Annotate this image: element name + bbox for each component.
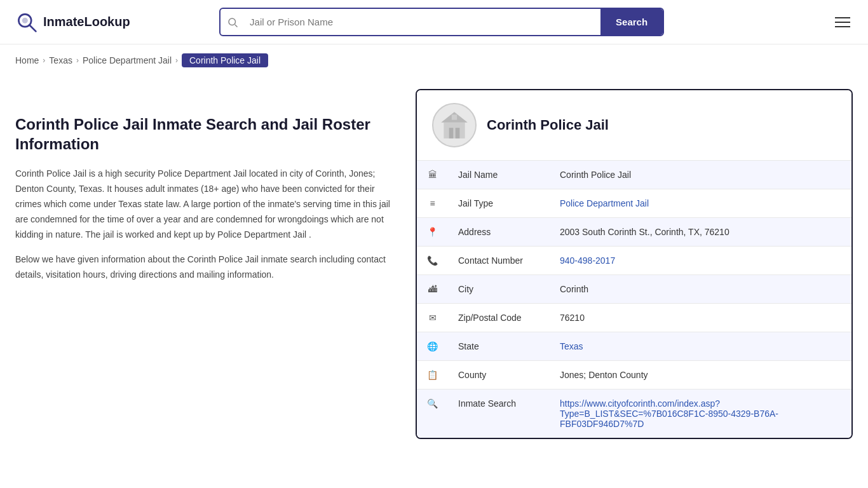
svg-point-3 <box>229 18 236 25</box>
site-header: InmateLookup Search <box>0 0 868 44</box>
row-value[interactable]: Texas <box>550 332 851 361</box>
row-label: State <box>448 332 550 361</box>
row-icon: 🏛 <box>417 161 448 189</box>
row-label: County <box>448 361 550 390</box>
row-link[interactable]: Texas <box>560 341 583 351</box>
table-row: 🏛Jail NameCorinth Police Jail <box>417 161 851 189</box>
svg-rect-6 <box>449 128 454 139</box>
breadcrumb-sep-1: › <box>43 56 45 65</box>
row-value[interactable]: Police Department Jail <box>550 189 851 218</box>
main-layout: Corinth Police Jail Inmate Search and Ja… <box>0 76 868 452</box>
row-value: 76210 <box>550 304 851 332</box>
breadcrumb: Home › Texas › Police Department Jail › … <box>0 44 868 76</box>
row-icon: 🔍 <box>417 390 448 438</box>
row-value: Corinth <box>550 275 851 304</box>
breadcrumb-current: Corinth Police Jail <box>182 53 268 67</box>
row-label: City <box>448 275 550 304</box>
breadcrumb-sep-2: › <box>76 56 79 65</box>
left-content: Corinth Police Jail Inmate Search and Ja… <box>15 89 416 439</box>
search-input[interactable] <box>245 10 600 34</box>
table-row: ≡Jail TypePolice Department Jail <box>417 189 851 218</box>
svg-line-1 <box>30 25 36 31</box>
table-row: 🏙CityCorinth <box>417 275 851 304</box>
logo-link[interactable]: InmateLookup <box>15 11 130 34</box>
breadcrumb-sep-3: › <box>175 56 178 65</box>
svg-line-4 <box>235 24 238 27</box>
card-title: Corinth Police Jail <box>487 117 609 133</box>
row-icon: 📋 <box>417 361 448 390</box>
page-title: Corinth Police Jail Inmate Search and Ja… <box>15 114 395 154</box>
row-icon: ≡ <box>417 189 448 218</box>
row-icon: 📞 <box>417 247 448 275</box>
svg-rect-9 <box>452 114 457 119</box>
description-paragraph-1: Corinth Police Jail is a high security P… <box>15 166 395 242</box>
search-wrapper: Search <box>219 8 664 36</box>
hamburger-menu-button[interactable] <box>832 15 853 30</box>
jail-info-card: Corinth Police Jail 🏛Jail NameCorinth Po… <box>416 89 853 439</box>
logo-icon <box>15 11 38 34</box>
row-label: Zip/Postal Code <box>448 304 550 332</box>
row-icon: 🏙 <box>417 275 448 304</box>
breadcrumb-state[interactable]: Texas <box>49 55 72 65</box>
row-label: Jail Type <box>448 189 550 218</box>
row-value: 2003 South Corinth St., Corinth, TX, 762… <box>550 218 851 247</box>
search-area: Search <box>219 8 664 36</box>
row-icon: ✉ <box>417 304 448 332</box>
breadcrumb-home[interactable]: Home <box>15 55 39 65</box>
row-label: Jail Name <box>448 161 550 189</box>
logo-text: InmateLookup <box>43 15 130 29</box>
table-row: 📍Address2003 South Corinth St., Corinth,… <box>417 218 851 247</box>
row-icon: 🌐 <box>417 332 448 361</box>
jail-image <box>432 103 477 147</box>
table-row: 🌐StateTexas <box>417 332 851 361</box>
row-label: Inmate Search <box>448 390 550 438</box>
row-link[interactable]: https://www.cityofcorinth.com/index.asp?… <box>560 398 778 429</box>
row-value: Jones; Denton County <box>550 361 851 390</box>
table-row: 📞Contact Number940-498-2017 <box>417 247 851 275</box>
table-row: 🔍Inmate Searchhttps://www.cityofcorinth.… <box>417 390 851 438</box>
row-value: Corinth Police Jail <box>550 161 851 189</box>
search-button[interactable]: Search <box>600 9 663 35</box>
row-link[interactable]: 940-498-2017 <box>560 255 615 266</box>
row-link[interactable]: Police Department Jail <box>560 198 649 208</box>
search-icon <box>220 17 245 28</box>
svg-rect-5 <box>444 123 465 139</box>
row-value[interactable]: https://www.cityofcorinth.com/index.asp?… <box>550 390 851 438</box>
card-header: Corinth Police Jail <box>417 90 851 161</box>
svg-rect-7 <box>456 128 460 139</box>
breadcrumb-jail-type[interactable]: Police Department Jail <box>83 55 172 65</box>
row-value[interactable]: 940-498-2017 <box>550 247 851 275</box>
table-row: 📋CountyJones; Denton County <box>417 361 851 390</box>
row-label: Contact Number <box>448 247 550 275</box>
row-label: Address <box>448 218 550 247</box>
info-table: 🏛Jail NameCorinth Police Jail≡Jail TypeP… <box>417 161 851 438</box>
row-icon: 📍 <box>417 218 448 247</box>
description-paragraph-2: Below we have given information about th… <box>15 252 395 283</box>
svg-point-2 <box>22 17 28 23</box>
table-row: ✉Zip/Postal Code76210 <box>417 304 851 332</box>
